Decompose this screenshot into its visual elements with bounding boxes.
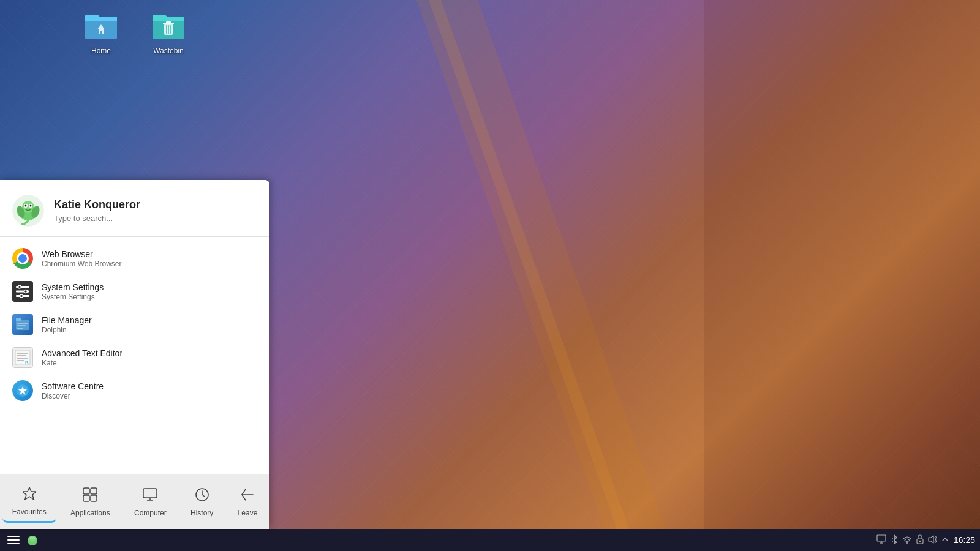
app-desc-software-centre: Discover: [42, 392, 104, 400]
nav-item-applications[interactable]: Applications: [61, 482, 120, 522]
svg-point-63: [33, 538, 34, 538]
dolphin-icon: [12, 314, 33, 335]
computer-icon: [142, 487, 158, 506]
app-name-web-browser: Web Browser: [42, 249, 121, 259]
discover-icon: [12, 380, 33, 401]
applications-icon: [82, 487, 98, 506]
tray-wifi-icon[interactable]: [902, 535, 912, 545]
svg-rect-35: [17, 328, 23, 329]
app-desc-file-manager: Dolphin: [42, 326, 92, 334]
wastebin-icon-label: Wastebin: [153, 47, 184, 55]
nav-label-history: History: [190, 509, 213, 517]
app-info-file-manager: File Manager Dolphin: [42, 315, 92, 334]
app-item-system-settings[interactable]: System Settings System Settings: [0, 275, 270, 308]
history-icon: [194, 487, 210, 506]
wastebin-folder-icon: [153, 11, 184, 43]
app-launcher: Katie Konqueror Web Browser Chromium Web…: [0, 180, 270, 529]
launcher-header: Katie Konqueror: [0, 180, 270, 237]
app-name-file-manager: File Manager: [42, 315, 92, 325]
svg-point-21: [25, 205, 27, 207]
svg-rect-47: [91, 495, 97, 501]
desktop-icon-home[interactable]: Home: [74, 6, 129, 60]
desktop-icons: Home Wastebin: [74, 6, 196, 60]
tray-expand-icon[interactable]: [941, 535, 949, 545]
app-desc-text-editor: Kate: [42, 359, 123, 367]
launcher-avatar: [12, 195, 44, 227]
svg-rect-6: [704, 0, 980, 551]
settings-icon: [12, 281, 33, 302]
app-info-web-browser: Web Browser Chromium Web Browser: [42, 249, 121, 268]
svg-point-72: [919, 540, 921, 541]
tray-area: [876, 534, 949, 546]
svg-point-29: [24, 290, 28, 293]
app-name-system-settings: System Settings: [42, 282, 104, 292]
svg-rect-12: [166, 21, 171, 23]
app-item-file-manager[interactable]: File Manager Dolphin: [0, 308, 270, 341]
taskbar-left: [5, 531, 40, 549]
app-info-software-centre: Software Centre Discover: [42, 381, 104, 400]
nav-label-leave: Leave: [238, 509, 258, 517]
svg-marker-73: [929, 536, 933, 543]
svg-line-53: [202, 495, 205, 497]
taskbar: 16:25: [0, 529, 980, 551]
svg-point-22: [30, 205, 32, 207]
launcher-search-input[interactable]: [54, 214, 157, 223]
app-desc-web-browser: Chromium Web Browser: [42, 260, 121, 268]
svg-rect-64: [877, 535, 886, 541]
launcher-user-info: Katie Konqueror: [54, 198, 157, 223]
desktop-icon-wastebin[interactable]: Wastebin: [141, 6, 196, 60]
app-name-text-editor: Advanced Text Editor: [42, 348, 123, 358]
tray-volume-icon[interactable]: [928, 535, 938, 545]
chromium-icon: [12, 248, 33, 269]
home-icon-label: Home: [91, 47, 111, 55]
nav-item-leave[interactable]: Leave: [228, 482, 268, 522]
nav-label-applications: Applications: [70, 509, 110, 517]
nav-label-computer: Computer: [134, 509, 167, 517]
app-name-software-centre: Software Centre: [42, 381, 104, 391]
nav-item-favourites[interactable]: Favourites: [2, 481, 56, 523]
svg-point-30: [20, 294, 23, 298]
svg-rect-46: [83, 495, 89, 501]
kate-icon: K: [12, 347, 33, 368]
app-info-text-editor: Advanced Text Editor Kate: [42, 348, 123, 367]
app-item-text-editor[interactable]: K Advanced Text Editor Kate: [0, 341, 270, 374]
tray-lock-icon[interactable]: [916, 534, 924, 546]
svg-point-62: [31, 538, 31, 538]
app-item-web-browser[interactable]: Web Browser Chromium Web Browser: [0, 242, 270, 275]
nav-label-favourites: Favourites: [12, 508, 47, 516]
favourites-icon: [21, 485, 37, 505]
svg-rect-33: [17, 323, 28, 324]
svg-point-70: [907, 542, 908, 544]
taskbar-right: 16:25: [876, 534, 975, 546]
launcher-nav: Favourites Applications C: [0, 474, 270, 529]
svg-rect-44: [83, 488, 89, 494]
home-folder-icon: [85, 11, 117, 43]
nav-item-computer[interactable]: Computer: [124, 482, 176, 522]
svg-rect-34: [17, 325, 26, 326]
tray-bluetooth-icon[interactable]: [890, 534, 899, 546]
launcher-username: Katie Konqueror: [54, 198, 157, 211]
svg-rect-32: [16, 318, 21, 321]
svg-point-28: [18, 285, 21, 288]
leave-icon: [239, 487, 255, 506]
kde-menu-button[interactable]: [5, 531, 22, 549]
app-desc-system-settings: System Settings: [42, 293, 104, 301]
svg-point-59: [29, 536, 36, 542]
svg-rect-48: [143, 489, 157, 498]
tray-monitor-icon[interactable]: [876, 534, 886, 546]
nav-item-history[interactable]: History: [181, 482, 223, 522]
launcher-apps-list: Web Browser Chromium Web Browser System …: [0, 237, 270, 474]
svg-rect-45: [91, 488, 97, 494]
taskbar-time: 16:25: [954, 535, 975, 545]
app-item-software-centre[interactable]: Software Centre Discover: [0, 374, 270, 407]
taskbar-kde-icon[interactable]: [24, 532, 40, 548]
svg-text:K: K: [25, 359, 29, 365]
app-info-system-settings: System Settings System Settings: [42, 282, 104, 301]
